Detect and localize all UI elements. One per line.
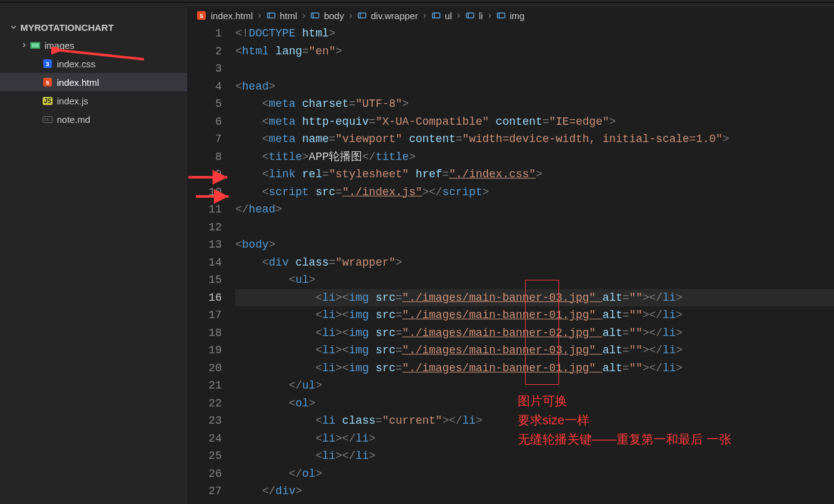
code-line-1[interactable]: <!DOCTYPE html> <box>235 25 834 43</box>
breadcrumb-item-html[interactable]: html <box>266 10 297 21</box>
code-line-13[interactable]: <body> <box>235 236 834 254</box>
js-icon: JS <box>41 95 54 106</box>
code-line-2[interactable]: <html lang="en"> <box>235 43 834 61</box>
file-label: note.md <box>57 114 90 125</box>
breadcrumb-item-li[interactable]: li <box>465 10 483 21</box>
breadcrumb-item-div-wrapper[interactable]: div.wrapper <box>357 10 418 21</box>
folder-item-images[interactable]: images <box>0 36 187 54</box>
svg-rect-18 <box>497 13 505 18</box>
breadcrumb-item-img[interactable]: img <box>496 10 524 21</box>
chevron-right-icon <box>20 41 28 49</box>
code-line-20[interactable]: <li><img src="./images/main-banner-01.jp… <box>235 359 834 377</box>
project-name: MYROTATIONCHART <box>20 22 114 33</box>
file-label: index.html <box>57 77 99 88</box>
svg-rect-10 <box>311 13 319 18</box>
struct-icon <box>431 10 441 20</box>
code-line-26[interactable]: </ol> <box>235 465 834 483</box>
svg-rect-8 <box>267 13 275 18</box>
breadcrumb-item-body[interactable]: body <box>310 10 344 21</box>
folder-icon <box>28 40 42 51</box>
file-label: index.css <box>57 59 96 69</box>
code-line-3[interactable] <box>235 60 834 78</box>
chevron-down-icon <box>9 23 18 32</box>
md-icon: M↓ <box>41 114 54 125</box>
breadcrumb[interactable]: 5index.html›html›body›div.wrapper›ul›li›… <box>187 6 834 25</box>
code-line-22[interactable]: <ol> <box>235 395 834 413</box>
file-item-note.md[interactable]: M↓note.md <box>0 110 187 128</box>
svg-text:5: 5 <box>200 13 203 19</box>
editor-area: 5index.html›html›body›div.wrapper›ul›li›… <box>187 2 834 504</box>
breadcrumb-item-ul[interactable]: ul <box>431 10 452 21</box>
line-number-gutter: 1234567891011121314151617181920212223242… <box>187 25 235 504</box>
breadcrumb-separator: › <box>349 10 352 21</box>
breadcrumb-label: div.wrapper <box>371 10 418 21</box>
svg-rect-16 <box>466 13 474 18</box>
file-item-index.js[interactable]: JSindex.js <box>0 91 187 110</box>
code-line-16[interactable]: <li><img src="./images/main-banner-03.jp… <box>235 289 834 307</box>
code-line-27[interactable]: </div> <box>235 482 834 500</box>
code-line-19[interactable]: <li><img src="./images/main-banner-03.jp… <box>235 342 834 359</box>
code-line-18[interactable]: <li><img src="./images/main-banner-02.jp… <box>235 324 834 342</box>
struct-icon <box>310 10 320 20</box>
breadcrumb-separator: › <box>488 10 491 21</box>
file-item-index.css[interactable]: 3index.css <box>0 54 187 73</box>
struct-icon <box>465 10 475 20</box>
code-line-6[interactable]: <meta http-equiv="X-UA-Compatible" conte… <box>235 113 834 131</box>
svg-text:3: 3 <box>46 61 49 67</box>
code-line-24[interactable]: <li></li> <box>235 430 834 448</box>
code-line-4[interactable]: <head> <box>235 78 834 96</box>
breadcrumb-label: ul <box>445 10 452 21</box>
svg-rect-1 <box>32 43 39 48</box>
code-line-10[interactable]: <script src="./index.js"></script> <box>235 183 834 201</box>
code-line-21[interactable]: </ul> <box>235 377 834 395</box>
code-line-15[interactable]: <ul> <box>235 271 834 289</box>
svg-rect-12 <box>358 13 366 18</box>
code-line-7[interactable]: <meta name="viewport" content="width=dev… <box>235 130 834 148</box>
html-icon: 5 <box>41 77 54 88</box>
breadcrumb-separator: › <box>423 10 426 21</box>
breadcrumb-separator: › <box>258 10 261 21</box>
code-line-9[interactable]: <link rel="stylesheet" href="./index.css… <box>235 166 834 183</box>
struct-icon <box>496 10 506 20</box>
html-icon: 5 <box>196 10 207 21</box>
code-line-14[interactable]: <div class="wrapper"> <box>235 254 834 272</box>
project-folder[interactable]: MYROTATIONCHART <box>0 19 187 36</box>
file-tree: images3index.css5index.htmlJSindex.jsM↓n… <box>0 36 187 128</box>
code-line-12[interactable] <box>235 219 834 237</box>
breadcrumb-separator: › <box>302 10 305 21</box>
svg-text:5: 5 <box>46 80 49 86</box>
code-line-25[interactable]: <li></li> <box>235 447 834 465</box>
breadcrumb-item-index-html[interactable]: 5index.html <box>196 10 253 21</box>
code-line-5[interactable]: <meta charset="UTF-8"> <box>235 95 834 113</box>
struct-icon <box>357 10 367 20</box>
code-editor[interactable]: 1234567891011121314151617181920212223242… <box>187 25 834 504</box>
breadcrumb-label: img <box>510 10 524 21</box>
breadcrumb-label: index.html <box>211 10 253 21</box>
svg-rect-14 <box>432 13 440 18</box>
code-content[interactable]: <!DOCTYPE html><html lang="en"><head> <m… <box>235 25 834 504</box>
explorer-sidebar: 资源管理器 MYROTATIONCHART images3index.css5i… <box>0 2 187 504</box>
code-line-11[interactable]: </head> <box>235 201 834 219</box>
struct-icon <box>266 10 276 20</box>
file-label: images <box>44 40 74 51</box>
breadcrumb-separator: › <box>457 10 460 21</box>
breadcrumb-label: body <box>324 10 344 21</box>
breadcrumb-label: html <box>280 10 297 21</box>
code-line-23[interactable]: <li class="current"></li> <box>235 412 834 430</box>
file-item-index.html[interactable]: 5index.html <box>0 73 187 91</box>
file-label: index.js <box>57 96 88 106</box>
code-line-8[interactable]: <title>APP轮播图</title> <box>235 148 834 166</box>
breadcrumb-label: li <box>479 10 483 21</box>
code-line-17[interactable]: <li><img src="./images/main-banner-01.jp… <box>235 306 834 324</box>
css-icon: 3 <box>41 58 54 69</box>
